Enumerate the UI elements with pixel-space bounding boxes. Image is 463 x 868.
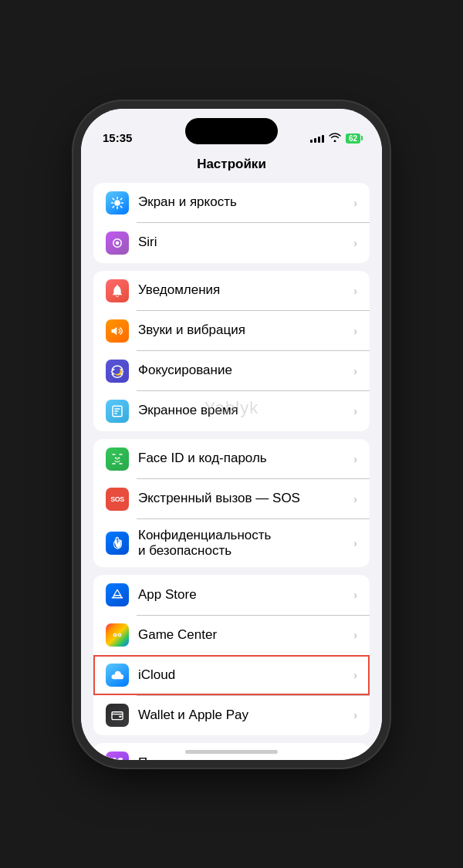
svg-line-3 [113,198,114,200]
privacy-label: Конфиденциальностьи безопасность [138,528,347,559]
sos-label: Экстренный вызов — SOS [138,491,347,506]
list-item[interactable]: Уведомления › [93,271,370,311]
chevron-icon: › [353,405,357,417]
sos-icon: SOS [106,488,129,511]
siri-icon [106,231,129,255]
list-item[interactable]: Siri › [93,223,370,263]
dynamic-island [185,118,278,144]
phone-screen: 15:35 62 [81,109,382,760]
section-apps: App Store › Game Center › [93,575,370,735]
svg-rect-17 [114,413,117,414]
display-brightness-label: Экран и яркость [138,194,347,210]
applications-label: Приложения [138,755,347,759]
chevron-icon: › [353,589,357,601]
svg-marker-12 [112,326,117,335]
sounds-icon [106,319,129,343]
focus-icon: 🌙 [106,360,129,383]
svg-rect-29 [112,712,123,720]
section-display: Экран и яркость › Siri › [93,183,370,263]
svg-rect-20 [112,463,116,464]
chevron-icon: › [353,237,357,249]
svg-point-23 [118,457,120,458]
sounds-label: Звуки и вибрация [138,323,347,338]
list-item[interactable]: Wallet и Apple Pay › [93,695,370,735]
chevron-icon: › [353,197,357,209]
settings-content[interactable]: Настройки [81,150,382,760]
status-icons: 62 [310,133,360,144]
applications-icon [106,751,129,759]
svg-rect-21 [119,463,123,464]
face-id-icon [106,448,129,471]
list-item[interactable]: Экранное время › [93,391,370,431]
svg-point-22 [115,457,117,458]
svg-rect-19 [119,454,123,455]
list-item[interactable]: Game Center › [93,615,370,655]
svg-rect-15 [114,408,120,410]
face-id-label: Face ID и код-пароль [138,451,347,466]
svg-rect-16 [114,410,118,412]
chevron-icon: › [353,493,357,505]
screen-time-label: Экранное время [138,403,347,418]
battery-icon: 62 [346,133,360,144]
chevron-icon: › [353,325,357,337]
list-item[interactable]: Face ID и код-пароль › [93,439,370,479]
chevron-icon: › [353,285,357,297]
svg-point-27 [114,634,116,636]
chevron-icon: › [353,757,357,759]
svg-point-11 [117,285,118,286]
chevron-icon: › [353,453,357,465]
svg-point-28 [119,634,120,636]
svg-rect-18 [112,454,116,455]
page-title: Настройки [81,150,382,183]
game-center-label: Game Center [138,627,347,643]
svg-rect-32 [119,758,123,760]
wallet-label: Wallet и Apple Pay [138,708,347,723]
siri-label: Siri [138,235,347,250]
list-item[interactable]: Экран и яркость › [93,183,370,223]
app-store-label: App Store [138,587,347,603]
status-time: 15:35 [103,131,132,144]
notifications-icon [106,279,129,302]
app-store-icon [106,583,129,606]
list-item[interactable]: Звуки и вибрация › [93,311,370,351]
icloud-icon [106,664,129,687]
svg-point-0 [114,200,120,206]
game-center-icon [106,623,129,647]
chevron-icon: › [353,669,357,681]
chevron-icon: › [353,709,357,721]
display-brightness-icon [106,191,129,214]
notifications-label: Уведомления [138,282,347,298]
list-item[interactable]: SOS Экстренный вызов — SOS › [93,479,370,519]
icloud-label: iCloud [138,667,347,683]
svg-rect-31 [112,758,116,760]
svg-text:🌙: 🌙 [114,367,123,376]
home-indicator [185,750,278,754]
list-item[interactable]: App Store › [93,575,370,615]
icloud-row[interactable]: iCloud › [93,655,370,695]
signal-bars-icon [310,133,324,143]
svg-point-10 [116,241,120,245]
chevron-icon: › [353,537,357,549]
svg-line-8 [120,198,122,200]
list-item[interactable]: 🌙 Фокусирование › [93,351,370,391]
focus-label: Фокусирование [138,363,347,378]
svg-rect-30 [119,716,122,718]
svg-line-4 [120,206,122,208]
screen-time-icon [106,400,129,423]
wifi-icon [329,133,341,144]
section-security: Face ID и код-пароль › SOS Экстренный вы… [93,439,370,568]
chevron-icon: › [353,629,357,641]
privacy-icon [106,532,129,555]
list-item[interactable]: Конфиденциальностьи безопасность › [93,519,370,568]
wallet-icon [106,704,129,727]
section-notifications: Уведомления › Звуки и вибрация › [93,271,370,431]
svg-line-7 [113,206,114,208]
chevron-icon: › [353,365,357,377]
phone-frame: 15:35 62 [81,109,382,760]
